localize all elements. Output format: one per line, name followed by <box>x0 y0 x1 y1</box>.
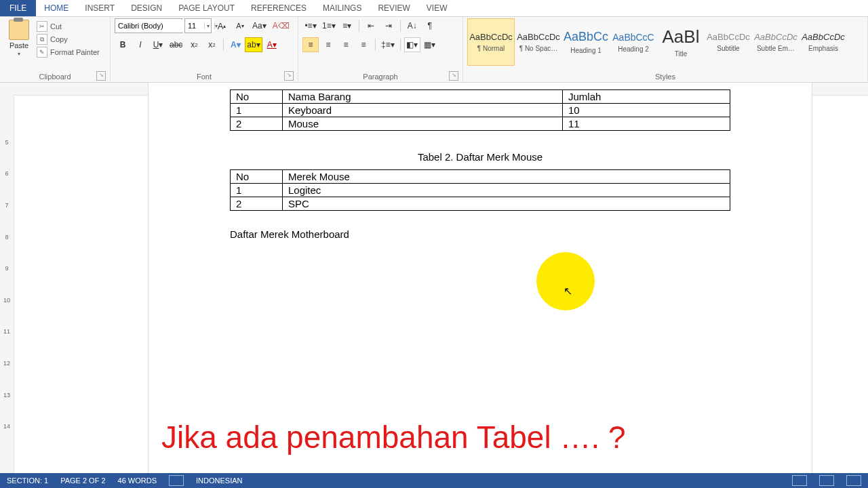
read-mode-icon[interactable] <box>792 475 807 486</box>
page-content[interactable]: No Nama Barang Jumlah 1 Keyboard 10 2 Mo… <box>149 83 812 240</box>
chevron-down-icon[interactable]: ▾ <box>204 23 211 29</box>
font-color-button[interactable]: A▾ <box>264 37 280 52</box>
multilevel-button[interactable]: ≡▾ <box>339 18 355 33</box>
format-painter-button[interactable]: ✎Format Painter <box>37 47 100 58</box>
table-row[interactable]: 2 Mouse 11 <box>231 117 730 131</box>
cell[interactable]: 1 <box>231 184 283 197</box>
clipboard-launcher-icon[interactable]: ↘ <box>96 71 106 81</box>
bullets-button[interactable]: •≡▾ <box>302 18 319 33</box>
tab-home[interactable]: HOME <box>36 0 77 16</box>
cell[interactable]: No <box>231 170 283 184</box>
copy-icon: ⧉ <box>37 34 47 45</box>
cell[interactable]: Merek Mouse <box>283 170 730 184</box>
cell[interactable]: No <box>231 90 283 104</box>
status-language[interactable]: INDONESIAN <box>196 476 242 485</box>
proofing-icon[interactable] <box>169 475 184 486</box>
sort-button[interactable]: A↓ <box>404 18 420 33</box>
cell[interactable]: SPC <box>283 197 730 211</box>
strikethrough-button[interactable]: abc <box>167 37 184 52</box>
cell[interactable]: 2 <box>231 117 283 131</box>
subscript-button[interactable]: x2 <box>186 37 202 52</box>
styles-gallery[interactable]: AaBbCcDc¶ NormalAaBbCcDc¶ No Spac…AaBbCc… <box>467 18 863 66</box>
table-row[interactable]: No Merek Mouse <box>231 170 730 184</box>
copy-button[interactable]: ⧉Copy <box>37 34 100 45</box>
font-size-combo[interactable]: ▾ <box>184 18 212 33</box>
status-page[interactable]: PAGE 2 OF 2 <box>60 476 105 485</box>
table-caption[interactable]: Tabel 2. Daftar Merk Mouse <box>230 151 730 163</box>
cell[interactable]: Keyboard <box>283 104 563 117</box>
cut-button[interactable]: ✂Cut <box>37 21 100 32</box>
tab-design[interactable]: DESIGN <box>123 0 170 16</box>
highlight-button[interactable]: ab▾ <box>245 37 262 52</box>
borders-button[interactable]: ▦▾ <box>422 37 438 52</box>
status-section[interactable]: SECTION: 1 <box>7 476 48 485</box>
paragraph-launcher-icon[interactable]: ↘ <box>449 71 458 81</box>
change-case-button[interactable]: Aa▾ <box>250 18 269 33</box>
paragraph-text[interactable]: Daftar Merek Motherboard <box>230 228 730 240</box>
fp-label: Format Painter <box>50 48 100 56</box>
shading-button[interactable]: ◧▾ <box>404 37 420 52</box>
style-item[interactable]: AaBbCcDc¶ Normal <box>467 18 515 66</box>
shrink-font-button[interactable]: A▾ <box>232 18 248 33</box>
cell[interactable]: Jumlah <box>563 90 730 104</box>
tab-page-layout[interactable]: PAGE LAYOUT <box>170 0 243 16</box>
line-spacing-button[interactable]: ‡≡▾ <box>379 37 397 52</box>
cell[interactable]: 10 <box>563 104 730 117</box>
style-item[interactable]: AaBlTitle <box>657 18 705 66</box>
cell[interactable]: Mouse <box>283 117 563 131</box>
font-launcher-icon[interactable]: ↘ <box>284 71 294 81</box>
table-row[interactable]: No Nama Barang Jumlah <box>231 90 730 104</box>
superscript-button[interactable]: x2 <box>203 37 220 52</box>
bold-button[interactable]: B <box>115 37 131 52</box>
align-right-button[interactable]: ≡ <box>338 37 354 52</box>
cell[interactable]: Logitec <box>283 184 730 197</box>
tab-view[interactable]: VIEW <box>418 0 456 16</box>
numbering-button[interactable]: 1≡▾ <box>320 18 338 33</box>
grow-font-button[interactable]: A▴ <box>214 18 230 33</box>
align-center-button[interactable]: ≡ <box>320 37 336 52</box>
group-label-paragraph: Paragraph↘ <box>302 71 458 82</box>
tab-insert[interactable]: INSERT <box>77 0 123 16</box>
increase-indent-button[interactable]: ⇥ <box>380 18 397 33</box>
group-clipboard: Paste ▾ ✂Cut ⧉Copy ✎Format Painter Clipb… <box>0 17 111 82</box>
status-words[interactable]: 46 WORDS <box>118 476 157 485</box>
align-left-button[interactable]: ≡ <box>302 37 319 52</box>
status-bar: SECTION: 1 PAGE 2 OF 2 46 WORDS INDONESI… <box>0 473 868 488</box>
web-layout-icon[interactable] <box>846 475 861 486</box>
group-label-styles: Styles <box>467 71 863 82</box>
font-name-combo[interactable]: ▾ <box>115 18 182 33</box>
cell[interactable]: 2 <box>231 197 283 211</box>
font-size-input[interactable] <box>185 20 204 32</box>
italic-button[interactable]: I <box>132 37 149 52</box>
tab-references[interactable]: REFERENCES <box>243 0 315 16</box>
cell[interactable]: Nama Barang <box>283 90 563 104</box>
print-layout-icon[interactable] <box>819 475 834 486</box>
underline-button[interactable]: U▾ <box>150 37 166 52</box>
cell[interactable]: 11 <box>563 117 730 131</box>
overlay-text: Jika ada penambahan Tabel …. ? <box>161 419 626 455</box>
table-row[interactable]: 2 SPC <box>231 197 730 211</box>
table-row[interactable]: 1 Logitec <box>231 184 730 197</box>
style-item[interactable]: AaBbCcDcEmphasis <box>800 18 847 66</box>
tab-file[interactable]: FILE <box>0 0 36 16</box>
show-marks-button[interactable]: ¶ <box>422 18 438 33</box>
justify-button[interactable]: ≡ <box>355 37 372 52</box>
table-1[interactable]: No Nama Barang Jumlah 1 Keyboard 10 2 Mo… <box>230 89 730 131</box>
style-item[interactable]: AaBbCcHeading 1 <box>562 18 610 66</box>
style-item[interactable]: AaBbCcDc¶ No Spac… <box>515 18 562 66</box>
vertical-ruler[interactable]: 567891011121314 <box>0 95 14 476</box>
page[interactable]: No Nama Barang Jumlah 1 Keyboard 10 2 Mo… <box>148 83 812 476</box>
text-effects-button[interactable]: A▾ <box>227 37 243 52</box>
table-row[interactable]: 1 Keyboard 10 <box>231 104 730 117</box>
cell[interactable]: 1 <box>231 104 283 117</box>
style-item[interactable]: AaBbCcDcSubtle Em… <box>752 18 800 66</box>
style-item[interactable]: AaBbCcDcSubtitle <box>705 18 752 66</box>
group-label-font: Font↘ <box>115 71 294 82</box>
clear-formatting-button[interactable]: A⌫ <box>271 18 292 33</box>
tab-mailings[interactable]: MAILINGS <box>315 0 370 16</box>
tab-review[interactable]: REVIEW <box>370 0 418 16</box>
decrease-indent-button[interactable]: ⇤ <box>363 18 379 33</box>
style-item[interactable]: AaBbCcCHeading 2 <box>610 18 657 66</box>
paste-button[interactable]: Paste ▾ <box>4 18 34 71</box>
table-2[interactable]: No Merek Mouse 1 Logitec 2 SPC <box>230 169 730 211</box>
